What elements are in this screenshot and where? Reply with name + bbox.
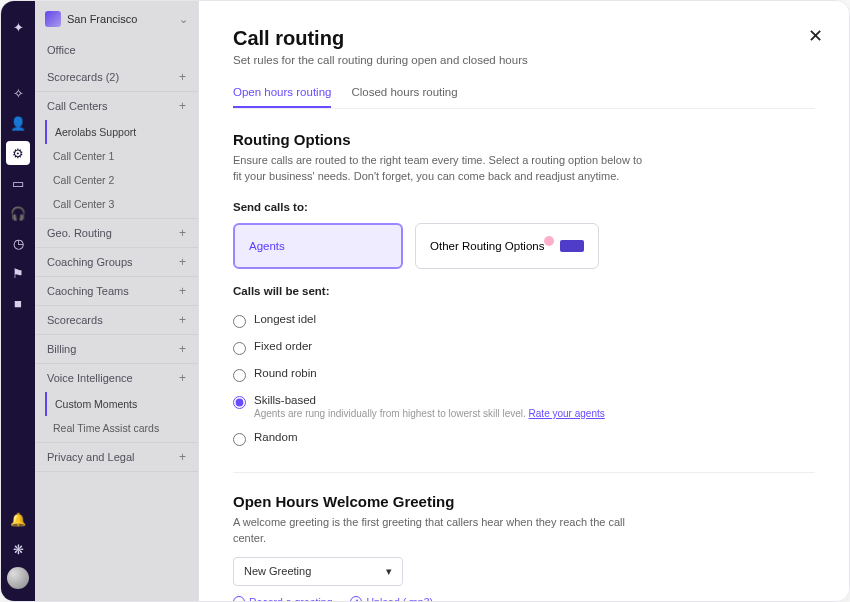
plus-icon[interactable]: +: [179, 70, 186, 84]
greeting-heading: Open Hours Welcome Greeting: [233, 493, 815, 510]
sidebar-sub-custom-moments[interactable]: Custom Moments: [45, 392, 198, 416]
radio-longest-idle[interactable]: Longest idel: [233, 307, 815, 334]
sidebar-item-voice-intelligence[interactable]: Voice Intelligence +: [35, 364, 198, 392]
calls-will-be-sent-label: Calls will be sent:: [233, 285, 815, 297]
rate-your-agents-link[interactable]: Rate your agents: [529, 408, 605, 419]
tab-closed-hours[interactable]: Closed hours routing: [351, 86, 457, 108]
radio-fixed-order[interactable]: Fixed order: [233, 334, 815, 361]
flag-icon[interactable]: ⚑: [6, 261, 30, 285]
plus-icon[interactable]: +: [179, 226, 186, 240]
radio-round-robin[interactable]: Round robin: [233, 361, 815, 388]
sidebar-sub-call-center-2[interactable]: Call Center 2: [35, 168, 198, 192]
page-subtitle: Set rules for the call routing during op…: [233, 54, 815, 66]
routing-options-section: Routing Options Ensure calls are routed …: [233, 131, 815, 452]
city-name: San Francisco: [67, 13, 137, 25]
plus-icon[interactable]: +: [179, 99, 186, 113]
record-icon: [233, 596, 245, 601]
nav-rail: ✦ ✧ 👤 ⚙ ▭ 🎧 ◷ ⚑ ■ 🔔 ❋: [1, 1, 35, 601]
presentation-icon[interactable]: ▭: [6, 171, 30, 195]
plus-icon[interactable]: +: [179, 342, 186, 356]
routing-options-heading: Routing Options: [233, 131, 815, 148]
other-routing-card[interactable]: Other Routing Options: [415, 223, 599, 269]
clock-icon[interactable]: ◷: [6, 231, 30, 255]
sidebar-sub-aerolabs-support[interactable]: Aerolabs Support: [45, 120, 198, 144]
person-icon[interactable]: 👤: [6, 111, 30, 135]
send-calls-to-label: Send calls to:: [233, 201, 815, 213]
radio-random[interactable]: Random: [233, 425, 815, 452]
sidebar-item-call-centers[interactable]: Call Centers +: [35, 92, 198, 120]
select-caret-icon: ▾: [386, 565, 392, 578]
sidebar-sub-rta-cards[interactable]: Real Time Assist cards: [35, 416, 198, 443]
sidebar: San Francisco ⌄ Office Scorecards (2) + …: [35, 1, 199, 601]
upload-greeting-link[interactable]: Upload (.mp3): [350, 596, 433, 601]
tab-open-hours[interactable]: Open hours routing: [233, 86, 331, 108]
call-routing-panel: ✕ Call routing Set rules for the call ro…: [199, 1, 849, 601]
settings-icon[interactable]: ⚙: [6, 141, 30, 165]
tabs: Open hours routing Closed hours routing: [233, 86, 815, 109]
page-title: Call routing: [233, 27, 815, 50]
greeting-section: Open Hours Welcome Greeting A welcome gr…: [233, 493, 815, 601]
plus-icon[interactable]: +: [179, 255, 186, 269]
close-icon[interactable]: ✕: [808, 25, 823, 47]
sidebar-item-office[interactable]: Office: [35, 37, 198, 63]
app-shell: ✦ ✧ 👤 ⚙ ▭ 🎧 ◷ ⚑ ■ 🔔 ❋ San Francisco ⌄ Of…: [0, 0, 850, 602]
video-icon[interactable]: ■: [6, 291, 30, 315]
spark-icon[interactable]: ✧: [6, 81, 30, 105]
sidebar-sub-call-center-3[interactable]: Call Center 3: [35, 192, 198, 219]
radio-input[interactable]: [233, 433, 246, 446]
plus-icon[interactable]: +: [179, 313, 186, 327]
sidebar-item-billing[interactable]: Billing +: [35, 335, 198, 364]
upload-icon: [350, 596, 362, 601]
avatar[interactable]: [7, 567, 29, 589]
bell-icon[interactable]: 🔔: [6, 507, 30, 531]
greeting-select[interactable]: New Greeting ▾: [233, 557, 403, 586]
chevron-down-icon: ⌄: [179, 13, 188, 26]
radio-input[interactable]: [233, 396, 246, 409]
routing-illustration-icon: [544, 236, 584, 256]
plus-icon[interactable]: +: [179, 371, 186, 385]
record-greeting-link[interactable]: Record a greeting: [233, 596, 332, 601]
agents-card[interactable]: Agents: [233, 223, 403, 269]
divider: [233, 472, 815, 473]
headset-icon[interactable]: 🎧: [6, 201, 30, 225]
sidebar-item-geo-routing[interactable]: Geo. Routing +: [35, 219, 198, 248]
sidebar-item-scorecards[interactable]: Scorecards (2) +: [35, 63, 198, 92]
logo-icon[interactable]: ✦: [6, 15, 30, 39]
sidebar-sub-call-center-1[interactable]: Call Center 1: [35, 144, 198, 168]
sidebar-item-coaching-groups[interactable]: Coaching Groups +: [35, 248, 198, 277]
plus-icon[interactable]: +: [179, 450, 186, 464]
plus-icon[interactable]: +: [179, 284, 186, 298]
city-selector[interactable]: San Francisco ⌄: [35, 1, 198, 37]
routing-radio-list: Longest idel Fixed order Round robin Ski…: [233, 307, 815, 452]
radio-input[interactable]: [233, 315, 246, 328]
sidebar-item-privacy[interactable]: Privacy and Legal +: [35, 443, 198, 472]
sidebar-item-scorecards2[interactable]: Scorecards +: [35, 306, 198, 335]
skills-based-subtext: Agents are rung individually from highes…: [254, 408, 605, 419]
greeting-desc: A welcome greeting is the first greeting…: [233, 515, 653, 547]
help-icon[interactable]: ❋: [6, 537, 30, 561]
city-flag-icon: [45, 11, 61, 27]
radio-input[interactable]: [233, 369, 246, 382]
sidebar-item-coaching-teams[interactable]: Caoching Teams +: [35, 277, 198, 306]
radio-input[interactable]: [233, 342, 246, 355]
radio-skills-based[interactable]: Skills-based Agents are rung individuall…: [233, 388, 815, 425]
routing-options-desc: Ensure calls are routed to the right tea…: [233, 153, 653, 185]
